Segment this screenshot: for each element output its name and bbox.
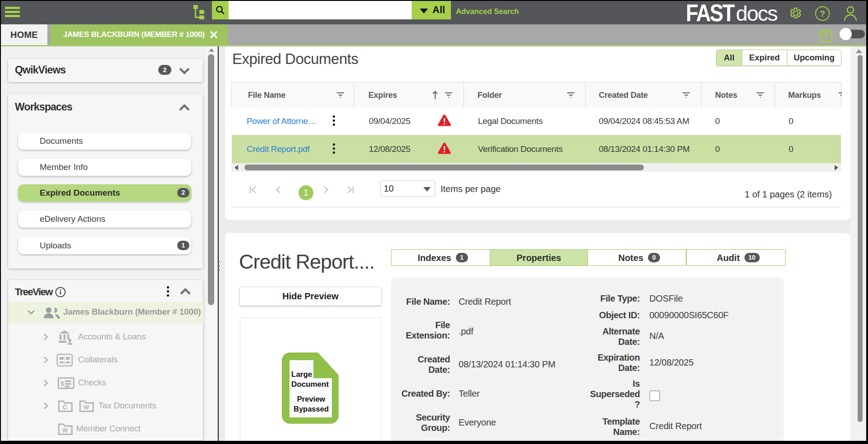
svg-text:$: $ [60, 380, 64, 387]
svg-text:Document: Document [291, 380, 329, 389]
svg-text:Preview: Preview [297, 395, 326, 403]
svg-text:C: C [63, 403, 67, 411]
svg-text:?: ? [820, 9, 825, 18]
svg-text:Large: Large [291, 370, 312, 379]
svg-text:W: W [62, 427, 68, 434]
svg-text:Bypassed: Bypassed [294, 405, 329, 413]
svg-text:W: W [83, 404, 89, 411]
